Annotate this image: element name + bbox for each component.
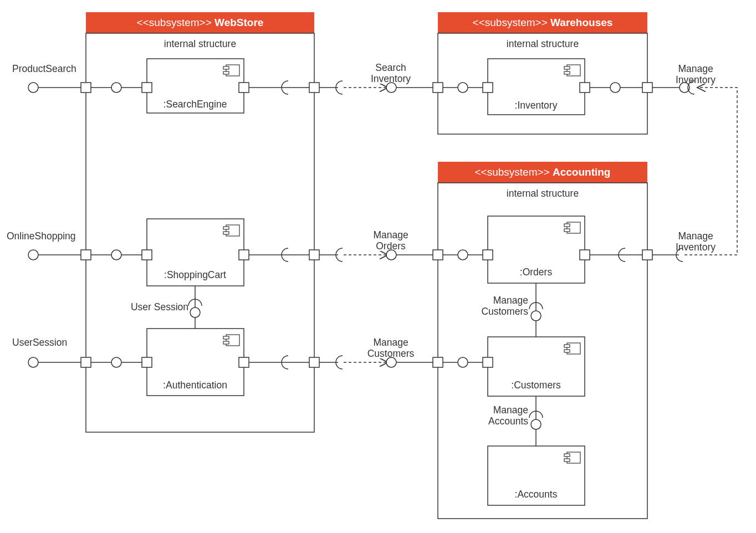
svg-point-61 <box>610 83 620 93</box>
webstore-header-text: <<subsystem>> WebStore <box>137 17 264 28</box>
svg-text::Orders: :Orders <box>520 266 553 278</box>
subsystem-warehouses: <<subsystem>> Warehouses internal struct… <box>433 12 652 134</box>
svg-text::Customers: :Customers <box>511 380 561 391</box>
label-productsearch: ProductSearch <box>12 63 76 74</box>
port <box>309 250 319 260</box>
component-inventory: :Inventory <box>483 59 590 115</box>
svg-point-12 <box>190 308 200 317</box>
port <box>309 357 319 367</box>
subsystem-webstore: <<subsystem>> WebStore internal structur… <box>81 12 319 432</box>
port <box>142 83 152 93</box>
port <box>433 357 443 367</box>
port <box>81 83 91 93</box>
label-manageinventory2: ManageInventory <box>676 230 716 253</box>
svg-point-26 <box>531 419 541 429</box>
port <box>433 250 443 260</box>
port <box>642 83 652 93</box>
port <box>483 83 493 93</box>
port <box>580 250 590 260</box>
component-orders: :Orders <box>483 216 590 283</box>
svg-point-34 <box>111 250 121 260</box>
svg-point-36 <box>28 357 38 367</box>
port <box>142 357 152 367</box>
port <box>239 357 249 367</box>
label-usersession: UserSession <box>12 337 67 348</box>
svg-point-52 <box>386 357 396 367</box>
component-accounts: :Accounts <box>488 446 585 505</box>
label-onlineshopping: OnlineShopping <box>7 230 76 242</box>
svg-point-28 <box>28 83 38 93</box>
subsystem-accounting: <<subsystem>> Accounting internal struct… <box>433 162 652 519</box>
component-searchengine: :SearchEngine <box>142 59 249 113</box>
port <box>81 250 91 260</box>
svg-text::Accounts: :Accounts <box>515 489 558 500</box>
svg-text::SearchEngine: :SearchEngine <box>164 99 227 110</box>
label-manageorders: ManageOrders <box>373 229 408 252</box>
svg-text::Authentication: :Authentication <box>163 380 227 391</box>
port <box>580 83 590 93</box>
label-searchinventory: SearchInventory <box>371 62 411 84</box>
svg-point-32 <box>28 250 38 260</box>
svg-text::ShoppingCart: :ShoppingCart <box>164 269 226 280</box>
accounting-header-text: <<subsystem>> Accounting <box>475 166 611 178</box>
label-manageinventory1: ManageInventory <box>676 63 716 85</box>
port <box>483 357 493 367</box>
svg-point-55 <box>458 83 468 93</box>
label-usersession-int: User Session <box>131 301 188 312</box>
svg-point-48 <box>386 83 396 93</box>
svg-point-30 <box>111 83 121 93</box>
warehouses-internal-label: internal structure <box>507 38 579 49</box>
port <box>433 83 443 93</box>
component-authentication: :Authentication <box>142 329 249 396</box>
warehouses-header-text: <<subsystem>> Warehouses <box>473 17 613 28</box>
port <box>142 250 152 260</box>
port <box>239 250 249 260</box>
svg-point-50 <box>386 250 396 260</box>
port <box>642 250 652 260</box>
port <box>309 83 319 93</box>
svg-point-24 <box>531 311 541 321</box>
label-managecustomers: ManageCustomers <box>367 337 415 359</box>
port <box>81 357 91 367</box>
svg-point-38 <box>111 357 121 367</box>
webstore-internal-label: internal structure <box>164 38 236 49</box>
port <box>239 83 249 93</box>
label-manageaccounts: ManageAccounts <box>488 404 528 427</box>
svg-text::Inventory: :Inventory <box>515 100 558 111</box>
accounting-internal-label: internal structure <box>507 188 579 199</box>
svg-point-57 <box>458 250 468 260</box>
component-customers: :Customers <box>483 337 585 396</box>
component-shoppingcart: :ShoppingCart <box>142 219 249 286</box>
svg-point-59 <box>458 357 468 367</box>
port <box>483 250 493 260</box>
